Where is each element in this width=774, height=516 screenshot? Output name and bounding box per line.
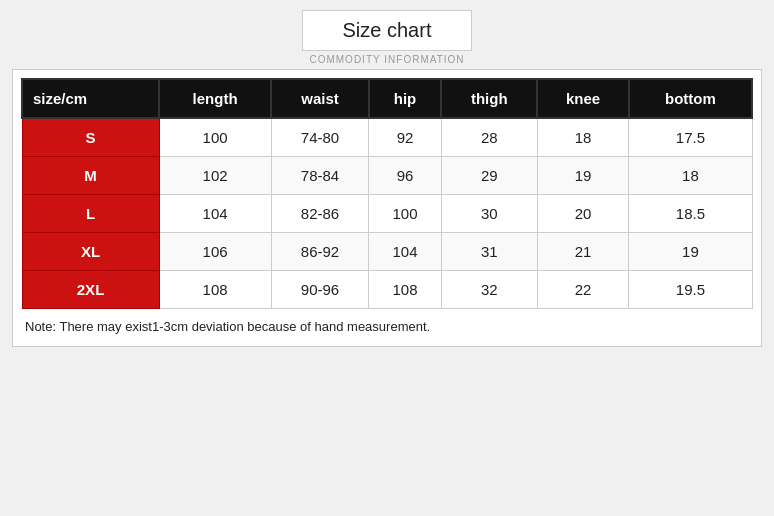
cell-waist: 90-96 (271, 271, 369, 309)
cell-waist: 86-92 (271, 233, 369, 271)
cell-bottom: 17.5 (629, 118, 752, 157)
col-header-waist: waist (271, 79, 369, 118)
size-chart-table: size/cmlengthwaisthipthighkneebottom S10… (21, 78, 753, 309)
table-header-row: size/cmlengthwaisthipthighkneebottom (22, 79, 752, 118)
cell-size: L (22, 195, 159, 233)
cell-knee: 20 (537, 195, 629, 233)
cell-waist: 82-86 (271, 195, 369, 233)
cell-length: 104 (159, 195, 271, 233)
cell-thigh: 28 (441, 118, 537, 157)
cell-thigh: 31 (441, 233, 537, 271)
cell-bottom: 18 (629, 157, 752, 195)
cell-hip: 100 (369, 195, 441, 233)
cell-length: 102 (159, 157, 271, 195)
subtitle: COMMODITY INFORMATION (302, 54, 473, 65)
cell-knee: 22 (537, 271, 629, 309)
table-row: S10074-8092281817.5 (22, 118, 752, 157)
page-title: Size chart (302, 10, 473, 51)
cell-hip: 96 (369, 157, 441, 195)
cell-length: 100 (159, 118, 271, 157)
cell-hip: 92 (369, 118, 441, 157)
title-area: Size chart COMMODITY INFORMATION (302, 10, 473, 65)
cell-length: 108 (159, 271, 271, 309)
cell-size: M (22, 157, 159, 195)
table-row: M10278-8496291918 (22, 157, 752, 195)
table-container: size/cmlengthwaisthipthighkneebottom S10… (12, 69, 762, 347)
col-header-hip: hip (369, 79, 441, 118)
cell-size: S (22, 118, 159, 157)
cell-length: 106 (159, 233, 271, 271)
cell-bottom: 19.5 (629, 271, 752, 309)
cell-thigh: 29 (441, 157, 537, 195)
table-row: 2XL10890-96108322219.5 (22, 271, 752, 309)
cell-thigh: 32 (441, 271, 537, 309)
cell-hip: 108 (369, 271, 441, 309)
cell-bottom: 18.5 (629, 195, 752, 233)
col-header-knee: knee (537, 79, 629, 118)
col-header-length: length (159, 79, 271, 118)
cell-size: 2XL (22, 271, 159, 309)
cell-knee: 19 (537, 157, 629, 195)
table-row: XL10686-92104312119 (22, 233, 752, 271)
col-header-size-cm: size/cm (22, 79, 159, 118)
cell-waist: 74-80 (271, 118, 369, 157)
cell-knee: 21 (537, 233, 629, 271)
cell-bottom: 19 (629, 233, 752, 271)
cell-thigh: 30 (441, 195, 537, 233)
cell-knee: 18 (537, 118, 629, 157)
table-row: L10482-86100302018.5 (22, 195, 752, 233)
cell-hip: 104 (369, 233, 441, 271)
cell-size: XL (22, 233, 159, 271)
col-header-bottom: bottom (629, 79, 752, 118)
cell-waist: 78-84 (271, 157, 369, 195)
note-text: Note: There may exist1-3cm deviation bec… (21, 317, 753, 338)
col-header-thigh: thigh (441, 79, 537, 118)
